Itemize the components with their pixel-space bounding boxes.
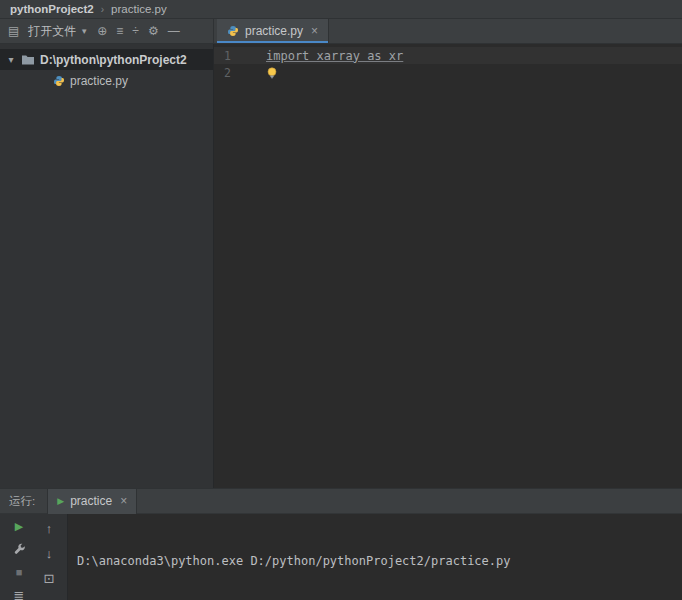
chevron-down-icon: ▼ [80, 27, 88, 36]
run-tab-practice[interactable]: ▶ practice × [47, 489, 137, 514]
console-line-command: D:\anaconda3\python.exe D:/python/python… [77, 553, 678, 570]
run-toolbar-col-2: ↑ ↓ ⊡ [40, 521, 58, 600]
expand-all-icon[interactable]: ÷ [132, 25, 139, 37]
folder-icon [21, 54, 35, 66]
collapse-all-icon[interactable]: ≡ [116, 25, 123, 37]
run-console[interactable]: D:\anaconda3\python.exe D:/python/python… [68, 514, 682, 600]
tab-practice-py[interactable]: practice.py × [217, 19, 329, 43]
project-toolbar: ▤ 打开文件 ▼ ⊕ ≡ ÷ ⚙ — [0, 19, 214, 44]
run-toolbar: ▶ ■ ≣ ↑ ↓ ⊡ [0, 514, 68, 600]
top-toolbar-row: ▤ 打开文件 ▼ ⊕ ≡ ÷ ⚙ — practice.py × [0, 19, 682, 44]
hide-panel-icon[interactable]: — [168, 25, 180, 37]
up-stack-trace-button[interactable]: ↑ [46, 521, 53, 535]
python-file-icon [227, 25, 239, 37]
editor-line-1: 1 import xarray as xr [214, 47, 682, 64]
breadcrumb: pythonProject2 › practice.py [0, 0, 682, 19]
breadcrumb-separator-icon: › [101, 4, 104, 15]
more-options-icon[interactable]: ≣ [14, 589, 25, 600]
tab-label: practice.py [245, 24, 303, 38]
code-text-import-statement: import xarray as xr [266, 49, 403, 63]
run-panel-title: 运行: [9, 494, 35, 509]
tree-item-practice-py[interactable]: practice.py [0, 70, 213, 91]
tree-item-label: practice.py [70, 74, 128, 88]
run-tab-label: practice [70, 494, 112, 508]
open-files-icon: ▤ [8, 25, 19, 37]
locate-file-icon[interactable]: ⊕ [97, 25, 107, 37]
close-icon[interactable]: × [311, 24, 318, 38]
project-tree: ▾ D:\python\pythonProject2 practice.py [0, 44, 214, 488]
stop-button[interactable]: ■ [16, 567, 23, 578]
wrench-icon[interactable] [13, 543, 26, 556]
down-stack-trace-button[interactable]: ↓ [46, 546, 53, 560]
project-scope-dropdown[interactable]: 打开文件 ▼ [28, 23, 88, 40]
editor-line-2: 2 [214, 64, 682, 81]
run-config-icon: ▶ [57, 496, 64, 506]
line-number: 2 [214, 66, 260, 80]
main-area: ▾ D:\python\pythonProject2 practice.py 1… [0, 44, 682, 488]
run-toolbar-col-1: ▶ ■ ≣ [10, 521, 28, 600]
project-scope-label: 打开文件 [28, 23, 76, 40]
breadcrumb-file[interactable]: practice.py [111, 3, 167, 15]
close-icon[interactable]: × [120, 494, 127, 508]
breadcrumb-project[interactable]: pythonProject2 [10, 3, 94, 15]
pycharm-window: pythonProject2 › practice.py ▤ 打开文件 ▼ ⊕ … [0, 0, 682, 600]
settings-gear-icon[interactable]: ⚙ [148, 25, 159, 37]
intention-bulb-icon[interactable] [266, 67, 278, 79]
rerun-button[interactable]: ▶ [15, 521, 23, 532]
run-tool-window: 运行: ▶ practice × ▶ ■ ≣ ↑ ↓ [0, 488, 682, 600]
tree-item-root[interactable]: ▾ D:\python\pythonProject2 [0, 49, 213, 70]
editor-tab-bar: practice.py × [214, 19, 682, 44]
run-body: ▶ ■ ≣ ↑ ↓ ⊡ D:\anaconda3\python.exe D:/p… [0, 514, 682, 600]
line-number: 1 [214, 49, 260, 63]
code-editor[interactable]: 1 import xarray as xr 2 [214, 44, 682, 488]
chevron-expanded-icon[interactable]: ▾ [6, 54, 16, 65]
console-text: D:\anaconda3\python.exe D:/python/python… [77, 554, 510, 568]
python-file-icon [53, 75, 65, 87]
tree-item-label: D:\python\pythonProject2 [40, 53, 187, 67]
restore-layout-button[interactable]: ⊡ [44, 571, 55, 585]
run-header: 运行: ▶ practice × [0, 489, 682, 514]
